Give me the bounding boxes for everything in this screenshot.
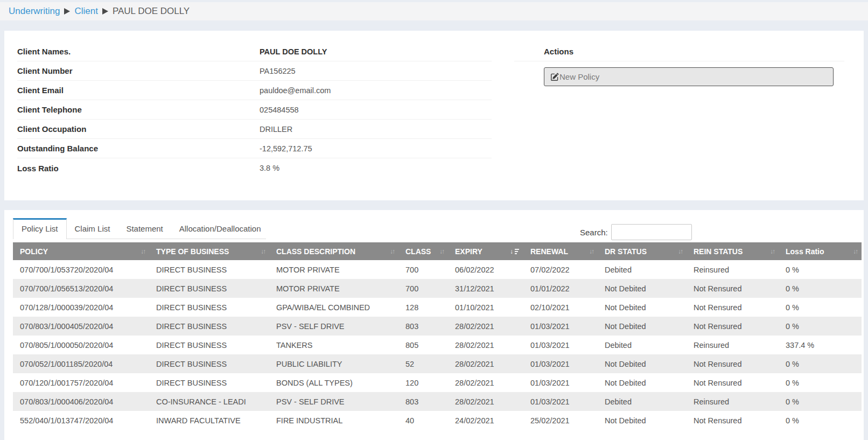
cell-expiry: 28/02/2021 [448, 373, 523, 392]
column-header-loss-ratio[interactable]: Loss Ratio↓↑ [779, 242, 862, 260]
cell-dr-status: Not Debited [598, 354, 687, 373]
cell-policy: 070/128/1/000039/2020/04 [13, 298, 149, 317]
cell-loss-ratio: 0 % [779, 392, 862, 411]
cell-class-description: PUBLIC LIABILITY [269, 354, 398, 373]
cell-loss-ratio: 0 % [779, 317, 862, 336]
tab-policy-list[interactable]: Policy List [13, 218, 67, 239]
cell-rein-status: Not Rensured [687, 317, 779, 336]
field-value-outstanding-balance: -12,592,712.75 [260, 144, 312, 153]
cell-rein-status: Not Rensured [687, 373, 779, 392]
tab-claim-list[interactable]: Claim List [67, 219, 118, 239]
table-row[interactable]: 070/052/1/001185/2020/04DIRECT BUSINESSP… [13, 354, 862, 373]
column-header-class-description[interactable]: CLASS DESCRIPTION↓↑ [269, 242, 398, 260]
new-policy-label: New Policy [559, 72, 599, 81]
table-row[interactable]: 070/120/1/001757/2020/04DIRECT BUSINESSB… [13, 373, 862, 392]
cell-rein-status: Not Rensured [687, 279, 779, 298]
sort-icon: ↓↑ [261, 248, 265, 255]
sort-icon: ↓↑ [678, 248, 682, 255]
cell-renewal: 07/02/2022 [523, 260, 598, 279]
sort-icon: ↓↑ [390, 248, 394, 255]
table-row[interactable]: 070/803/1/000406/2020/04CO-INSURANCE - L… [13, 392, 862, 411]
cell-type-of-business: DIRECT BUSINESS [149, 298, 269, 317]
search-label: Search: [580, 228, 608, 237]
cell-loss-ratio: 0 % [779, 279, 862, 298]
field-label-client-telephone: Client Telephone [17, 105, 260, 114]
column-header-class[interactable]: CLASS↓↑ [398, 242, 448, 260]
cell-type-of-business: DIRECT BUSINESS [149, 260, 269, 279]
search-area: Search: [580, 224, 692, 240]
field-value-client-number: PA156225 [260, 67, 296, 75]
cell-type-of-business: DIRECT BUSINESS [149, 279, 269, 298]
cell-loss-ratio: 0 % [779, 411, 862, 430]
cell-expiry: 31/12/2021 [448, 279, 523, 298]
cell-loss-ratio: 0 % [779, 260, 862, 279]
cell-rein-status: Reinsured [687, 392, 779, 411]
field-label-loss-ratio: Loss Ratio [17, 164, 260, 173]
breadcrumb-item-client[interactable]: Client [74, 6, 97, 17]
cell-policy: 070/805/1/000050/2020/04 [13, 336, 149, 354]
cell-policy: 070/700/1/053720/2020/04 [13, 260, 149, 279]
cell-class: 700 [398, 279, 448, 298]
cell-class: 700 [398, 260, 448, 279]
table-row[interactable]: 070/128/1/000039/2020/04DIRECT BUSINESSG… [13, 298, 862, 317]
breadcrumb-item-underwriting[interactable]: Underwriting [9, 6, 60, 17]
table-row[interactable]: 070/700/1/056513/2020/04DIRECT BUSINESSM… [13, 279, 862, 298]
cell-renewal: 01/03/2021 [523, 373, 598, 392]
column-header-rein-status[interactable]: REIN STATUS↓↑ [687, 242, 779, 260]
table-row[interactable]: 070/805/1/000050/2020/04DIRECT BUSINESST… [13, 336, 862, 354]
cell-dr-status: Not Debited [598, 411, 687, 430]
client-field-row: Loss Ratio3.8 % [17, 158, 492, 178]
client-summary-panel: Client Names.PAUL DOE DOLLYClient Number… [4, 31, 864, 200]
actions-panel: Actions New Policy [514, 42, 844, 86]
table-row[interactable]: 552/040/1/013747/2020/04INWARD FACULTATI… [13, 411, 862, 430]
cell-expiry: 24/02/2021 [448, 411, 523, 430]
cell-rein-status: Not Rensured [687, 298, 779, 317]
tab-statement[interactable]: Statement [118, 219, 171, 239]
cell-expiry: 28/02/2021 [448, 392, 523, 411]
column-header-dr-status[interactable]: DR STATUS↓↑ [598, 242, 687, 260]
field-label-client-number: Client Number [17, 66, 260, 75]
client-field-row: Client NumberPA156225 [17, 61, 492, 81]
breadcrumb-item-paul-doe-dolly: PAUL DOE DOLLY [113, 6, 190, 17]
cell-class: 40 [398, 411, 448, 430]
table-row[interactable]: 070/803/1/000405/2020/04DIRECT BUSINESSP… [13, 317, 862, 336]
edit-icon [551, 73, 559, 81]
cell-expiry: 28/02/2021 [448, 317, 523, 336]
cell-loss-ratio: 0 % [779, 354, 862, 373]
cell-dr-status: Debited [598, 336, 687, 354]
cell-class-description: GPA/WIBA/EL COMBINED [269, 298, 398, 317]
cell-dr-status: Not Debited [598, 373, 687, 392]
cell-expiry: 06/02/2022 [448, 260, 523, 279]
cell-renewal: 02/10/2021 [523, 298, 598, 317]
new-policy-button[interactable]: New Policy [544, 67, 834, 86]
column-header-renewal[interactable]: RENEWAL↓↑ [523, 242, 598, 260]
tab-bar: Policy ListClaim ListStatementAllocation… [13, 218, 266, 239]
search-input[interactable] [611, 224, 692, 240]
cell-dr-status: Not Debited [598, 298, 687, 317]
field-value-client-telephone: 025484558 [260, 106, 299, 114]
column-header-policy[interactable]: POLICY↓↑ [13, 242, 149, 260]
cell-policy: 070/120/1/001757/2020/04 [13, 373, 149, 392]
column-header-expiry[interactable]: EXPIRY↓ [448, 242, 523, 260]
cell-type-of-business: INWARD FACULTATIVE [149, 411, 269, 430]
field-value-client-names: PAUL DOE DOLLY [260, 47, 327, 56]
table-row[interactable]: 070/700/1/053720/2020/04DIRECT BUSINESSM… [13, 260, 862, 279]
field-label-client-occupation: Client Occupation [17, 124, 260, 134]
cell-dr-status: Not Debited [598, 279, 687, 298]
cell-class: 120 [398, 373, 448, 392]
column-header-type-of-business[interactable]: TYPE OF BUSINESS↓↑ [149, 242, 269, 260]
cell-rein-status: Not Rensured [687, 354, 779, 373]
tab-allocation-deallocation[interactable]: Allocation/Deallocation [171, 219, 269, 239]
cell-policy: 552/040/1/013747/2020/04 [13, 411, 149, 430]
cell-policy: 070/052/1/001185/2020/04 [13, 354, 149, 373]
cell-type-of-business: DIRECT BUSINESS [149, 317, 269, 336]
field-label-outstanding-balance: Outstanding Balance [17, 144, 260, 153]
cell-class: 803 [398, 392, 448, 411]
field-label-client-email: Client Email [17, 86, 260, 95]
cell-class-description: TANKERS [269, 336, 398, 354]
cell-rein-status: Reinsured [687, 336, 779, 354]
client-page: UnderwritingClientPAUL DOE DOLLY Client … [0, 0, 868, 440]
cell-class: 805 [398, 336, 448, 354]
client-field-row: Client Telephone025484558 [17, 100, 492, 120]
sort-icon: ↓↑ [439, 248, 444, 255]
